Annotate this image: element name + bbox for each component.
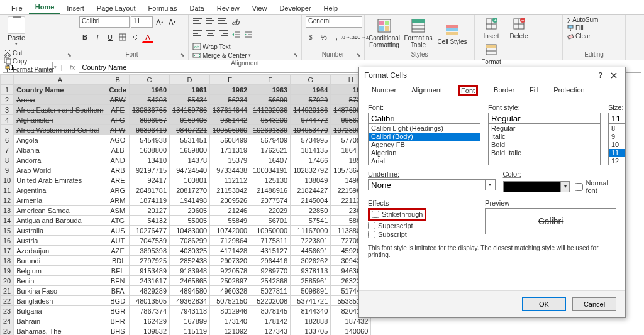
cell[interactable]: 112112 — [210, 175, 250, 185]
tab-page-layout[interactable]: Page Layout — [91, 2, 142, 14]
cell[interactable]: 1961 — [170, 85, 210, 95]
cell[interactable]: 20127 — [129, 206, 169, 216]
dialog-tab-border[interactable]: Border — [486, 84, 522, 97]
cell[interactable]: 14378 — [170, 155, 210, 165]
cell[interactable]: 49362834 — [170, 296, 210, 306]
cell[interactable]: 138049 — [291, 175, 331, 185]
strikethrough-checkbox[interactable] — [372, 211, 379, 218]
col-header-F[interactable]: F — [250, 75, 291, 85]
cell[interactable]: 104953470 — [291, 125, 331, 135]
cell[interactable]: 2502897 — [210, 276, 250, 286]
cell[interactable]: Bahrain — [14, 316, 106, 326]
increase-indent-button[interactable] — [243, 29, 254, 40]
subscript-checkbox[interactable] — [368, 231, 375, 238]
cell[interactable]: 2907320 — [210, 256, 250, 266]
cell[interactable]: Australia — [14, 226, 106, 236]
cell[interactable]: BHS — [106, 326, 130, 336]
row-header[interactable]: 7 — [1, 145, 14, 155]
cell[interactable]: 2852438 — [170, 256, 210, 266]
delete-cells-button[interactable]: − Delete — [506, 16, 531, 40]
list-item[interactable]: 12 — [609, 157, 625, 165]
cell[interactable]: 182888 — [291, 316, 331, 326]
row-header[interactable]: 19 — [1, 266, 14, 276]
cell[interactable]: BEL — [106, 266, 130, 276]
cell[interactable]: 57541 — [291, 216, 331, 226]
col-header-A[interactable]: A — [14, 75, 106, 85]
cell[interactable]: 2465865 — [170, 276, 210, 286]
cell[interactable]: 102691339 — [250, 125, 291, 135]
cell[interactable]: 141202036 — [250, 105, 291, 115]
cell[interactable]: 20605 — [170, 206, 210, 216]
cell[interactable]: 173140 — [210, 316, 250, 326]
cell[interactable]: 5679409 — [250, 135, 291, 145]
row-header[interactable]: 22 — [1, 296, 14, 306]
cell[interactable]: ARG — [106, 185, 130, 195]
row-header[interactable]: 2 — [1, 95, 14, 105]
cell[interactable]: 57029 — [291, 95, 331, 105]
cell[interactable]: AZE — [106, 246, 130, 256]
cell[interactable]: 7867374 — [129, 306, 169, 316]
cell[interactable]: 115119 — [170, 326, 210, 336]
font-color-button[interactable]: A — [142, 31, 153, 43]
cell[interactable]: Country Name — [14, 85, 106, 95]
cell[interactable]: 56699 — [250, 95, 291, 105]
cell[interactable]: 134159786 — [170, 105, 210, 115]
list-item[interactable]: 9 — [609, 133, 625, 141]
cell[interactable]: 5608499 — [210, 135, 250, 145]
font-size-input[interactable] — [608, 113, 625, 124]
cell[interactable]: 52202008 — [250, 296, 291, 306]
row-header[interactable]: 21 — [1, 286, 14, 296]
row-header[interactable]: 11 — [1, 185, 14, 195]
cell[interactable]: 10276477 — [129, 226, 169, 236]
cell[interactable]: ASM — [106, 206, 130, 216]
col-header-E[interactable]: E — [210, 75, 250, 85]
cell[interactable]: 4960328 — [210, 286, 250, 296]
cell[interactable]: 55434 — [170, 95, 210, 105]
superscript-checkbox[interactable] — [368, 222, 375, 229]
cell[interactable]: Albania — [14, 145, 106, 155]
cell[interactable]: 167899 — [170, 316, 210, 326]
cell[interactable]: 8078145 — [250, 306, 291, 316]
cell[interactable]: 100506960 — [210, 125, 250, 135]
cell[interactable]: 22029 — [250, 206, 291, 216]
paste-button[interactable]: Paste ▾ — [4, 16, 29, 47]
font-size-combo[interactable]: 11 — [131, 16, 153, 28]
conditional-formatting-button[interactable]: Conditional Formatting — [369, 18, 400, 48]
cell[interactable]: 8996967 — [129, 115, 169, 125]
accounting-format-button[interactable]: $ — [306, 31, 317, 43]
row-header[interactable]: 6 — [1, 135, 14, 145]
align-middle-button[interactable] — [205, 16, 216, 28]
cell[interactable]: 4030325 — [170, 246, 210, 256]
cell[interactable]: Argentina — [14, 185, 106, 195]
cell[interactable]: BFA — [106, 286, 130, 296]
cell[interactable]: 56234 — [210, 95, 250, 105]
cell[interactable]: 10742000 — [210, 226, 250, 236]
cell[interactable]: 9183948 — [170, 266, 210, 276]
dialog-tab-fill[interactable]: Fill — [522, 84, 546, 97]
row-header[interactable]: 24 — [1, 316, 14, 326]
cell[interactable]: 50752150 — [210, 296, 250, 306]
cell[interactable]: Bangladesh — [14, 296, 106, 306]
cut-button[interactable]: Cut — [4, 49, 54, 57]
cell[interactable]: 100801 — [170, 175, 210, 185]
cell[interactable]: AFE — [106, 105, 130, 115]
cell[interactable]: BHR — [106, 316, 130, 326]
cell[interactable]: 7175811 — [250, 236, 291, 246]
align-right-button[interactable] — [218, 29, 229, 40]
cell[interactable]: BGD — [106, 296, 130, 306]
underline-button[interactable]: U — [104, 31, 116, 43]
cell[interactable]: 5531451 — [170, 135, 210, 145]
cell[interactable]: 7086299 — [170, 236, 210, 246]
cell[interactable]: Azerbaijan — [14, 246, 106, 256]
cell[interactable]: 21153042 — [210, 185, 250, 195]
cell[interactable]: 21246 — [210, 206, 250, 216]
row-header[interactable]: 9 — [1, 165, 14, 175]
autosum-button[interactable]: ∑ AutoSum — [567, 16, 598, 23]
align-left-button[interactable] — [192, 29, 204, 40]
cell[interactable]: 1762621 — [250, 145, 291, 155]
percent-button[interactable]: % — [318, 31, 330, 43]
list-item[interactable]: 10 — [609, 141, 625, 149]
dialog-tab-font[interactable]: Font — [450, 84, 486, 97]
cell[interactable]: 1964 — [291, 85, 331, 95]
font-style-input[interactable] — [488, 113, 601, 124]
